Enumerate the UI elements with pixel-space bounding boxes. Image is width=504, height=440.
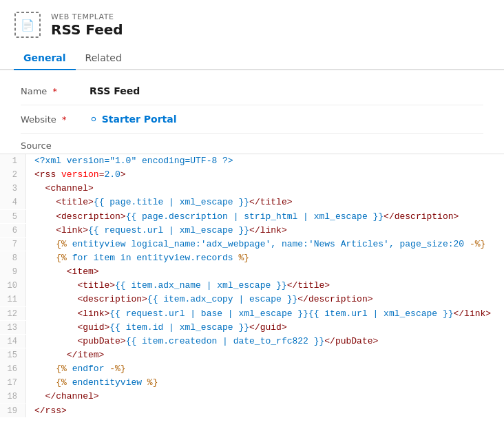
code-line: 5 <description>{{ page.description | str… [0,210,504,224]
tab-bar: General Related [0,47,504,70]
website-required-indicator: * [62,114,67,125]
tab-general[interactable]: General [14,47,76,70]
svg-text:📄: 📄 [21,19,34,32]
page-header: 📄 WEB TEMPLATE RSS Feed [0,0,504,47]
line-content: <title>{{ item.adx_name | xml_escape }}<… [26,279,330,293]
line-content: <channel> [26,182,94,196]
line-number: 7 [0,238,26,251]
line-number: 2 [0,168,26,182]
line-content: </rss> [26,404,67,418]
line-content: <guid>{{ item.id | xml_escape }}</guid> [26,321,287,335]
code-line: 18 </channel> [0,390,504,404]
code-line: 15 </item> [0,348,504,362]
code-line: 10 <title>{{ item.adx_name | xml_escape … [0,279,504,293]
line-number: 4 [0,196,26,209]
name-label: Name * [21,86,90,96]
line-content: <link>{{ request.url | base | xml_escape… [26,307,491,321]
website-link[interactable]: Starter Portal [102,114,177,125]
line-content: <title>{{ page.title | xml_escape }}</ti… [26,196,293,209]
name-value: RSS Feed [90,85,140,96]
website-value-group: ⚪ Starter Portal [90,114,177,125]
code-line: 2<rss version=2.0> [0,168,504,182]
code-line: 8 {% for item in entityview.records %} [0,251,504,265]
line-content: <?xml version="1.0" encoding=UTF-8 ?> [26,154,233,168]
website-label: Website * [21,114,90,125]
header-title: RSS Feed [51,21,123,38]
code-line: 1<?xml version="1.0" encoding=UTF-8 ?> [0,154,504,168]
code-line: 13 <guid>{{ item.id | xml_escape }}</gui… [0,321,504,335]
line-content: <link>{{ request.url | xml_escape }}</li… [26,224,287,238]
line-number: 9 [0,265,26,279]
code-editor[interactable]: 1<?xml version="1.0" encoding=UTF-8 ?>2<… [0,154,504,418]
code-line: 11 <description>{{ item.adx_copy | escap… [0,293,504,306]
code-line: 6 <link>{{ request.url | xml_escape }}</… [0,224,504,238]
line-number: 3 [0,182,26,196]
tab-related[interactable]: Related [76,47,132,70]
code-line: 14 <pubDate>{{ item.createdon | date_to_… [0,335,504,348]
line-number: 5 [0,210,26,224]
code-line: 7 {% entityview logical_name:'adx_webpag… [0,238,504,251]
line-content: {% entityview logical_name:'adx_webpage'… [26,238,485,251]
line-content: <rss version=2.0> [26,168,126,182]
web-template-icon: 📄 [14,11,41,39]
source-section-label: Source [0,134,504,154]
line-number: 15 [0,348,26,362]
code-line: 17 {% endentityview %} [0,376,504,390]
line-number: 16 [0,362,26,376]
form-section: Name * RSS Feed Website * ⚪ Starter Port… [0,70,504,134]
code-line: 19</rss> [0,404,504,418]
line-content: {% endentityview %} [26,376,158,390]
line-number: 17 [0,376,26,390]
line-content: {% endfor -%} [26,362,126,376]
line-content: <item> [26,265,99,279]
code-line: 16 {% endfor -%} [0,362,504,376]
code-line: 9 <item> [0,265,504,279]
line-number: 11 [0,293,26,306]
header-text-group: WEB TEMPLATE RSS Feed [51,12,123,38]
code-line: 4 <title>{{ page.title | xml_escape }}</… [0,196,504,209]
line-content: <description>{{ item.adx_copy | escape }… [26,293,373,306]
line-content: <pubDate>{{ item.createdon | date_to_rfc… [26,335,378,348]
website-row: Website * ⚪ Starter Portal [21,105,483,134]
code-line: 12 <link>{{ request.url | base | xml_esc… [0,307,504,321]
globe-icon: ⚪ [90,114,98,125]
line-number: 6 [0,224,26,238]
line-number: 18 [0,390,26,404]
line-content: </channel> [26,390,99,404]
line-number: 1 [0,154,26,168]
name-row: Name * RSS Feed [21,77,483,105]
code-line: 3 <channel> [0,182,504,196]
line-number: 8 [0,251,26,265]
line-number: 19 [0,404,26,418]
line-number: 13 [0,321,26,335]
line-content: </item> [26,348,104,362]
header-subtitle: WEB TEMPLATE [51,12,123,21]
name-required-indicator: * [53,86,58,96]
line-number: 12 [0,307,26,321]
line-content: {% for item in entityview.records %} [26,251,249,265]
line-number: 10 [0,279,26,293]
line-number: 14 [0,335,26,348]
line-content: <description>{{ page.description | strip… [26,210,459,224]
